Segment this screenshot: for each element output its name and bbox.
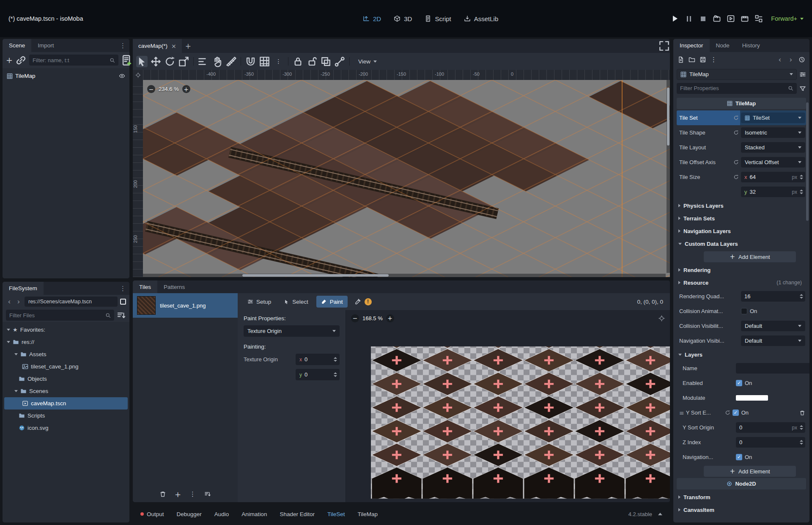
history-forward-button[interactable]: › [787, 55, 794, 64]
texture-origin-x-field[interactable]: x 0 [296, 354, 340, 365]
bottom-tab-tileset[interactable]: TileSet [327, 511, 345, 517]
stepper[interactable] [800, 425, 803, 430]
lock-icon[interactable] [292, 56, 304, 67]
expand-arrow-icon[interactable] [14, 390, 18, 392]
revert-icon[interactable] [725, 410, 730, 415]
skeleton-icon[interactable] [334, 56, 346, 67]
distraction-free-button[interactable] [658, 40, 670, 52]
movie-maker-button[interactable] [713, 14, 721, 23]
setup-tool-button[interactable]: Setup [243, 296, 276, 308]
revert-icon[interactable] [733, 115, 739, 121]
collision-visibility-select[interactable]: Default [741, 321, 805, 331]
add-layer-element-button[interactable]: +Add Element [704, 466, 796, 477]
tab-node[interactable]: Node [710, 39, 736, 52]
scale-tool-button[interactable] [178, 56, 189, 67]
tab-import[interactable]: Import [31, 39, 60, 52]
scene-filter-input[interactable] [33, 57, 107, 63]
play-scene-button[interactable] [727, 14, 735, 23]
toggle-split-mode-button[interactable] [120, 299, 126, 305]
rotate-tool-button[interactable] [164, 56, 176, 67]
revert-icon[interactable] [733, 159, 739, 165]
fs-item-objects[interactable]: Objects [4, 373, 128, 385]
tab-2d[interactable]: 2D [363, 15, 381, 22]
property-filter-input[interactable] [680, 85, 785, 91]
current-path[interactable]: res://Scenes/caveMap.tscn [25, 297, 118, 307]
paint-mode-button[interactable]: Paint [316, 296, 348, 308]
tab-3d[interactable]: 3D [394, 15, 412, 22]
tile-size-x-field[interactable]: x 64 px [741, 172, 805, 182]
stop-button[interactable] [699, 14, 707, 23]
add-source-icon[interactable]: + [175, 490, 181, 499]
move-tool-button[interactable] [150, 56, 162, 67]
fs-item-favorites[interactable]: ★ Favorites: [4, 324, 128, 336]
inspector-scrollbar[interactable] [806, 102, 809, 221]
history-back-button[interactable]: ‹ [776, 55, 783, 64]
panel-menu-icon[interactable]: ⋮ [116, 39, 129, 52]
stepper[interactable] [800, 175, 803, 179]
instance-scene-button[interactable] [15, 55, 27, 66]
play-custom-scene-button[interactable] [741, 14, 749, 23]
zoom-level[interactable]: 234.6 % [159, 86, 179, 92]
zindex-field[interactable]: 0 [736, 437, 805, 448]
expand-arrow-icon[interactable] [14, 353, 18, 355]
grid-snap-icon[interactable] [259, 56, 270, 67]
play-button[interactable] [671, 14, 679, 23]
pause-button[interactable] [685, 14, 693, 23]
group-layers[interactable]: Layers [677, 348, 806, 361]
tab-patterns[interactable]: Patterns [157, 280, 191, 293]
attach-script-button[interactable] [121, 55, 132, 66]
group-navigation-layers[interactable]: Navigation Layers [677, 225, 806, 237]
navigation-enabled-checkbox[interactable] [736, 454, 742, 460]
tab-scene[interactable]: Scene [3, 39, 31, 52]
expand-bottom-panel-icon[interactable] [658, 513, 662, 515]
pan-tool-button[interactable] [211, 56, 223, 67]
bottom-tab-tilemap[interactable]: TileMap [357, 511, 378, 517]
tab-filesystem[interactable]: FileSystem [3, 282, 44, 295]
inspector-section-tilemap[interactable]: TileMap [677, 98, 806, 109]
group-custom-data-layers[interactable]: Custom Data Layers [677, 237, 806, 250]
property-row-tile-set[interactable]: Tile Set TileSet [677, 110, 806, 125]
tile-size-y-field[interactable]: y 32 px [741, 187, 805, 197]
history-clock-icon[interactable] [798, 56, 805, 63]
file-filter-input[interactable] [9, 312, 103, 319]
ysort-enabled-checkbox[interactable] [732, 410, 739, 416]
group-canvasitem[interactable]: CanvasItem [677, 503, 806, 516]
bottom-tab-animation[interactable]: Animation [241, 511, 267, 517]
delete-layer-icon[interactable] [799, 410, 805, 416]
select-tool-button[interactable] [136, 56, 148, 67]
scrollbar-handle[interactable] [242, 274, 389, 277]
fs-item-assets[interactable]: Assets [4, 348, 128, 360]
fs-item-scripts[interactable]: Scripts [4, 410, 128, 422]
unlock-icon[interactable] [306, 56, 318, 67]
bottom-tab-output[interactable]: Output [140, 511, 164, 517]
horizontal-scrollbar[interactable] [143, 274, 666, 277]
load-resource-icon[interactable] [689, 56, 695, 63]
atlas-center-view-icon[interactable] [658, 315, 665, 322]
fs-item-icon-svg[interactable]: icon.svg [4, 422, 128, 434]
visibility-eye-icon[interactable] [119, 73, 125, 79]
bottom-tab-shader-editor[interactable]: Shader Editor [280, 511, 315, 517]
texture-origin-y-field[interactable]: y 0 [296, 369, 340, 380]
zoom-out-button[interactable]: − [147, 85, 155, 93]
canvas-viewport[interactable]: − 234.6 % + [143, 80, 670, 277]
delete-source-icon[interactable] [159, 491, 166, 498]
layer-name-input[interactable] [736, 363, 809, 374]
tileset-source-item[interactable]: tileset_cave_1.png [133, 293, 238, 318]
new-resource-icon[interactable] [678, 56, 684, 63]
picker-icon[interactable] [354, 298, 361, 305]
zoom-in-button[interactable]: + [182, 85, 190, 93]
fs-item-res[interactable]: res:// [4, 336, 128, 348]
scrollbar-handle[interactable] [667, 88, 669, 146]
scene-node-tilemap[interactable]: TileMap [4, 70, 128, 82]
bottom-tab-audio[interactable]: Audio [214, 511, 229, 517]
debug-options-icon[interactable] [754, 14, 763, 23]
inspector-section-node2d[interactable]: Node2D [677, 478, 806, 489]
group-terrain-sets[interactable]: Terrain Sets [677, 212, 806, 225]
group-rendering[interactable]: Rendering [677, 264, 806, 276]
view-menu-button[interactable]: View [354, 55, 381, 67]
tab-history[interactable]: History [736, 39, 766, 52]
tab-tiles[interactable]: Tiles [133, 280, 157, 293]
tile-layout-select[interactable]: Stacked [741, 142, 805, 153]
selection-list-icon[interactable] [198, 56, 209, 67]
stepper[interactable] [800, 294, 803, 299]
